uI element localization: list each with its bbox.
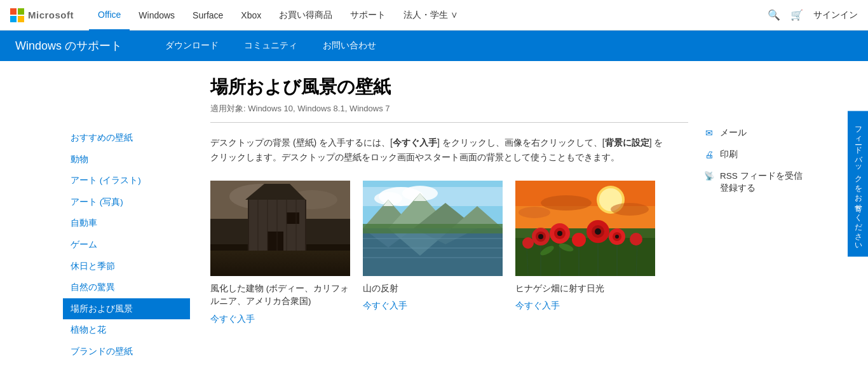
search-icon[interactable]: 🔍 <box>768 9 780 21</box>
building-get-now[interactable]: 今すぐ入手 <box>210 314 350 325</box>
svg-point-40 <box>611 203 649 216</box>
image-card-poppies: ヒナゲシ畑に射す日光 今すぐ入手 <box>515 181 655 325</box>
svg-point-56 <box>557 231 562 236</box>
poppies-svg <box>515 181 655 276</box>
poppies-get-now[interactable]: 今すぐ入手 <box>515 300 655 312</box>
support-nav-download[interactable]: ダウンロード <box>153 31 231 61</box>
sidebar-item-nature[interactable]: 自然の驚異 <box>63 277 190 298</box>
ms-logo-text: Microsoft <box>28 10 74 20</box>
support-nav-community[interactable]: コミュニティ <box>231 31 310 61</box>
image-card-mountain: 山の反射 今すぐ入手 <box>363 181 503 325</box>
sidebar: おすすめの壁紙 動物 アート (イラスト) アート (写真) 自動車 ゲーム 休… <box>63 127 190 367</box>
sidebar-item-community[interactable]: コミュニティのテーマ <box>63 363 190 367</box>
page-title: 場所および風景の壁紙 <box>210 76 688 98</box>
svg-point-59 <box>595 228 601 235</box>
svg-rect-32 <box>363 247 503 249</box>
rss-action[interactable]: 📡 RSS フィードを受信登録する <box>703 170 805 195</box>
svg-point-63 <box>522 237 534 249</box>
ms-logo-grid <box>10 8 24 22</box>
svg-rect-7 <box>268 232 283 254</box>
print-label: 印刷 <box>720 149 738 160</box>
sidebar-item-art-photo[interactable]: アート (写真) <box>63 191 190 213</box>
right-sidebar: ✉ メール 🖨 印刷 📡 RSS フィードを受信登録する <box>703 127 805 367</box>
building-caption: 風化した建物 (ボディー、カリフォルニア、アメリカ合衆国) <box>210 282 350 308</box>
svg-rect-33 <box>363 257 503 258</box>
svg-point-41 <box>519 207 550 218</box>
image-mountain[interactable] <box>363 181 503 276</box>
sidebar-item-recommended[interactable]: おすすめの壁紙 <box>63 127 190 149</box>
sidebar-item-cars[interactable]: 自動車 <box>63 212 190 234</box>
nav-xbox[interactable]: Xbox <box>232 0 270 31</box>
svg-point-65 <box>630 233 642 246</box>
image-building[interactable] <box>210 181 350 276</box>
mail-icon: ✉ <box>703 128 715 138</box>
cart-icon[interactable]: 🛒 <box>790 9 803 21</box>
bold-set-bg: 背景に設定 <box>605 137 649 148</box>
sidebar-item-games[interactable]: ゲーム <box>63 234 190 256</box>
email-label: メール <box>720 127 747 139</box>
main-container: おすすめの壁紙 動物 アート (イラスト) アート (写真) 自動車 ゲーム 休… <box>53 61 815 367</box>
sidebar-item-brand[interactable]: ブランドの壁紙 <box>63 341 190 363</box>
top-nav-right: 🔍 🛒 サインイン <box>768 9 858 21</box>
support-nav-contact[interactable]: お問い合わせ <box>310 31 389 61</box>
sidebar-item-plants[interactable]: 植物と花 <box>63 319 190 341</box>
nav-support[interactable]: サポート <box>341 0 395 31</box>
nav-office[interactable]: Office <box>89 0 130 31</box>
feedback-label: フィードバックをお寄せください <box>854 121 863 246</box>
feedback-tab[interactable]: フィードバックをお寄せください <box>848 111 868 256</box>
svg-rect-34 <box>363 224 503 233</box>
support-bar-title: Windows のサポート <box>15 38 122 53</box>
mountain-svg <box>363 181 503 276</box>
mountain-get-now[interactable]: 今すぐ入手 <box>363 300 503 312</box>
top-nav-links: Office Windows Surface Xbox お買い得商品 サポート … <box>89 0 768 31</box>
building-svg <box>210 181 350 276</box>
mountain-caption: 山の反射 <box>363 282 503 295</box>
rss-label: RSS フィードを受信登録する <box>720 170 805 195</box>
description: デスクトップの背景 (壁紙) を入手するには、[今すぐ入手] をクリックし、画像… <box>210 135 668 166</box>
applies-to: 適用対象: Windows 10, Windows 8.1, Windows 7 <box>210 103 688 123</box>
support-bar: Windows のサポート ダウンロード コミュニティ お問い合わせ <box>0 31 868 61</box>
rss-icon: 📡 <box>703 170 715 182</box>
sidebar-item-animals[interactable]: 動物 <box>63 149 190 170</box>
sign-in-button[interactable]: サインイン <box>813 10 858 21</box>
svg-point-64 <box>572 233 586 247</box>
microsoft-logo[interactable]: Microsoft <box>10 8 74 22</box>
svg-rect-31 <box>363 238 503 239</box>
print-action[interactable]: 🖨 印刷 <box>703 149 805 160</box>
content-area: 場所および風景の壁紙 適用対象: Windows 10, Windows 8.1… <box>210 76 688 367</box>
svg-rect-8 <box>287 212 299 224</box>
poppies-caption: ヒナゲシ畑に射す日光 <box>515 282 655 295</box>
nav-windows[interactable]: Windows <box>130 0 184 31</box>
top-nav: Microsoft Office Windows Surface Xbox お買… <box>0 0 868 31</box>
image-card-building: 風化した建物 (ボディー、カリフォルニア、アメリカ合衆国) 今すぐ入手 <box>210 181 350 325</box>
sidebar-item-places[interactable]: 場所および風景 <box>63 298 190 320</box>
svg-point-62 <box>615 235 619 239</box>
svg-point-53 <box>538 234 543 239</box>
sidebar-item-art-illust[interactable]: アート (イラスト) <box>63 170 190 191</box>
building-image <box>210 181 350 276</box>
nav-surface[interactable]: Surface <box>184 0 232 31</box>
sidebar-item-holidays[interactable]: 休日と季節 <box>63 256 190 277</box>
bold-get-now: 今すぐ入手 <box>393 137 437 148</box>
nav-business[interactable]: 法人・学生 ∨ <box>395 0 467 31</box>
image-grid: 風化した建物 (ボディー、カリフォルニア、アメリカ合衆国) 今すぐ入手 <box>210 181 688 325</box>
email-action[interactable]: ✉ メール <box>703 127 805 139</box>
image-poppies[interactable] <box>515 181 655 276</box>
svg-point-39 <box>541 195 592 211</box>
print-icon: 🖨 <box>703 149 715 160</box>
nav-deals[interactable]: お買い得商品 <box>270 0 341 31</box>
